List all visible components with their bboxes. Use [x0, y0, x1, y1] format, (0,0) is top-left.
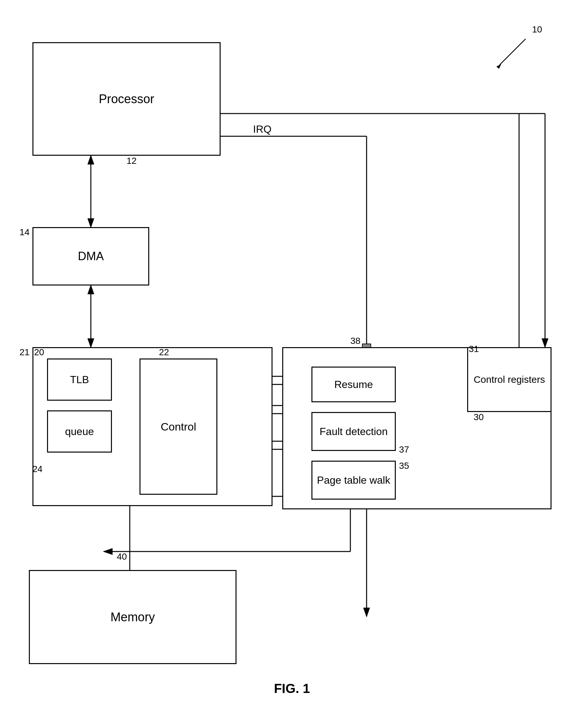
- ref-31: 31: [469, 344, 479, 354]
- ref-14: 14: [20, 227, 29, 237]
- dma-label: DMA: [78, 250, 104, 263]
- control-box: Control: [139, 359, 217, 495]
- diagram-container: Processor DMA TLB queue Control Resume F…: [0, 0, 582, 728]
- ref-24: 24: [32, 464, 43, 474]
- fault-detection-box: Fault detection: [312, 412, 396, 451]
- tlb-label: TLB: [70, 374, 89, 386]
- page-table-walk-box: Page table walk: [312, 461, 396, 500]
- ref-37: 37: [399, 444, 409, 455]
- ref-40: 40: [117, 551, 127, 562]
- queue-box: queue: [47, 410, 112, 452]
- control-registers-box: Control registers: [467, 347, 552, 412]
- control-registers-label: Control registers: [474, 374, 545, 385]
- ref-38: 38: [350, 336, 361, 346]
- ref-20: 20: [34, 347, 44, 358]
- resume-box: Resume: [312, 367, 396, 402]
- irq-label: IRQ: [253, 123, 271, 135]
- memory-box: Memory: [29, 570, 237, 664]
- ref-21: 21: [20, 347, 29, 358]
- processor-box: Processor: [32, 42, 220, 156]
- svg-line-4: [500, 39, 526, 65]
- ref-10: 10: [532, 24, 542, 35]
- svg-marker-5: [496, 64, 501, 69]
- memory-label: Memory: [110, 610, 155, 624]
- dma-box: DMA: [32, 227, 149, 285]
- fault-detection-label: Fault detection: [320, 426, 388, 438]
- figure-label: FIG. 1: [227, 681, 357, 696]
- ref-22: 22: [159, 347, 169, 358]
- control-label: Control: [161, 420, 196, 433]
- resume-label: Resume: [334, 379, 373, 391]
- processor-label: Processor: [99, 92, 154, 106]
- ref-12: 12: [127, 156, 137, 166]
- tlb-box: TLB: [47, 359, 112, 401]
- ref-30: 30: [474, 412, 484, 422]
- queue-label: queue: [65, 426, 94, 438]
- page-table-walk-label: Page table walk: [317, 474, 390, 486]
- ref-35: 35: [399, 461, 409, 471]
